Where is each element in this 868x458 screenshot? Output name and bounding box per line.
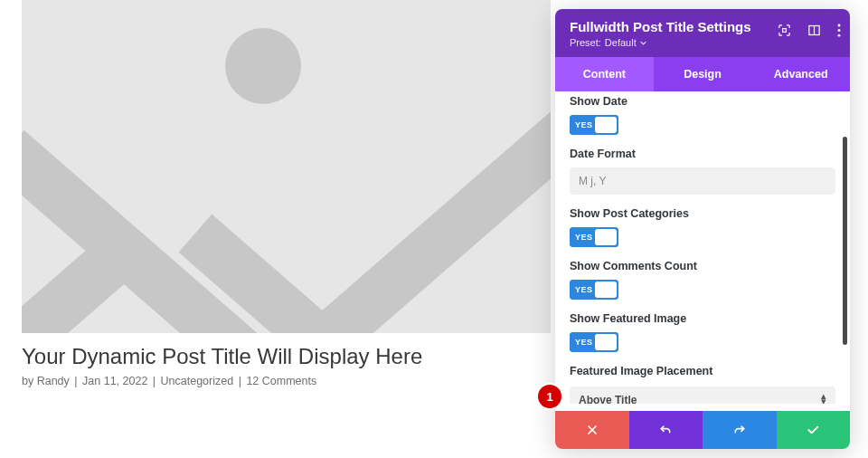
label-show-comments: Show Comments Count	[570, 260, 835, 272]
toggle-show-comments[interactable]: YES	[570, 280, 618, 300]
field-featured-placement: Featured Image Placement Above Title ▴▾	[570, 365, 835, 404]
field-show-categories: Show Post Categories YES	[570, 207, 835, 247]
meta-comments: 12 Comments	[246, 375, 316, 387]
panel-tabs: Content Design Advanced	[555, 57, 850, 91]
toggle-show-categories[interactable]: YES	[570, 227, 618, 247]
close-icon	[585, 423, 599, 437]
label-show-date: Show Date	[570, 95, 835, 108]
featured-image-placeholder	[22, 0, 551, 333]
svg-point-3	[838, 24, 841, 26]
undo-icon	[658, 423, 673, 437]
tab-advanced[interactable]: Advanced	[751, 57, 850, 91]
svg-point-4	[838, 29, 841, 32]
post-title: Your Dynamic Post Title Will Display Her…	[22, 344, 550, 369]
toggle-show-featured[interactable]: YES	[570, 332, 618, 352]
tab-content[interactable]: Content	[555, 57, 654, 91]
post-preview: Your Dynamic Post Title Will Display Her…	[0, 0, 550, 458]
chevron-down-icon	[640, 40, 646, 46]
scrollbar-thumb[interactable]	[843, 137, 847, 345]
meta-by: by	[22, 375, 33, 387]
svg-point-5	[838, 34, 841, 37]
meta-author: Randy	[37, 375, 70, 387]
label-show-featured: Show Featured Image	[570, 312, 835, 325]
label-featured-placement: Featured Image Placement	[570, 365, 835, 377]
placeholder-sun-icon	[225, 28, 301, 104]
meta-date: Jan 11, 2022	[82, 375, 147, 387]
select-featured-placement[interactable]: Above Title	[570, 386, 835, 404]
step-badge-1: 1	[538, 385, 561, 408]
label-date-format: Date Format	[570, 148, 835, 160]
label-show-categories: Show Post Categories	[570, 207, 835, 220]
save-button[interactable]	[777, 411, 851, 449]
panel-body: Show Date YES Date Format Show Post Cate…	[555, 91, 850, 404]
settings-panel: Fullwidth Post Title Settings Preset: De…	[555, 9, 850, 449]
panel-actions	[555, 411, 850, 449]
svg-rect-0	[783, 29, 787, 33]
kebab-menu-icon[interactable]	[837, 24, 841, 41]
columns-icon[interactable]	[807, 24, 821, 41]
panel-header[interactable]: Fullwidth Post Title Settings Preset: De…	[555, 9, 850, 57]
post-meta: by Randy | Jan 11, 2022 | Uncategorized …	[22, 375, 550, 387]
redo-icon	[732, 423, 747, 437]
field-date-format: Date Format	[570, 148, 835, 195]
expand-icon[interactable]	[778, 24, 791, 41]
cancel-button[interactable]	[555, 411, 629, 449]
tab-design[interactable]: Design	[654, 57, 752, 91]
field-show-featured: Show Featured Image YES	[570, 312, 835, 352]
meta-category: Uncategorized	[161, 375, 234, 387]
undo-button[interactable]	[629, 411, 703, 449]
redo-button[interactable]	[703, 411, 777, 449]
field-show-date: Show Date YES	[570, 95, 835, 135]
input-date-format[interactable]	[570, 167, 835, 195]
field-show-comments: Show Comments Count YES	[570, 260, 835, 300]
check-icon	[806, 423, 820, 437]
toggle-show-date[interactable]: YES	[570, 115, 618, 135]
